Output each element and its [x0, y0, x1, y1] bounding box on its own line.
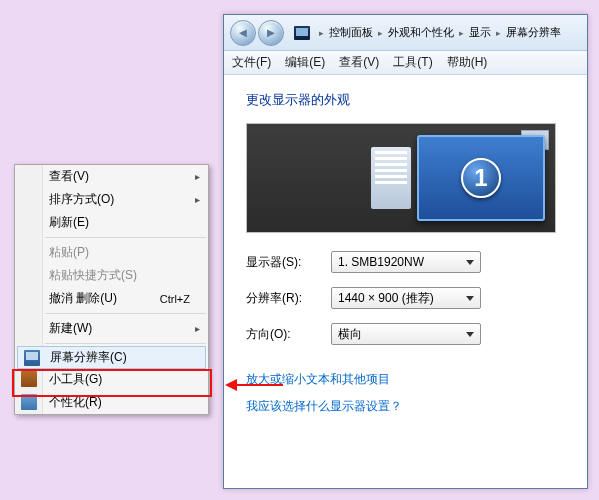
resolution-label: 分辨率(R):: [246, 290, 331, 307]
menu-item-sort[interactable]: 排序方式(O): [15, 188, 208, 211]
menu-edit[interactable]: 编辑(E): [285, 54, 325, 71]
display-label: 显示器(S):: [246, 254, 331, 271]
menu-item-personalize[interactable]: 个性化(R): [15, 391, 208, 414]
window-content: 更改显示器的外观 1 显示器(S): 1. SMB1920NW 分辨率(R): …: [224, 75, 587, 441]
menu-item-view[interactable]: 查看(V): [15, 165, 208, 188]
link-display-settings-help[interactable]: 我应该选择什么显示器设置？: [246, 398, 565, 415]
menu-separator: [45, 237, 206, 238]
link-text-size[interactable]: 放大或缩小文本和其他项目: [246, 371, 565, 388]
links-section: 放大或缩小文本和其他项目 我应该选择什么显示器设置？: [246, 371, 565, 415]
personalize-icon: [21, 394, 37, 410]
page-title: 更改显示器的外观: [246, 91, 565, 109]
menu-separator: [45, 343, 206, 344]
control-panel-icon: [294, 26, 310, 40]
breadcrumb-item[interactable]: 显示: [469, 25, 491, 40]
menu-help[interactable]: 帮助(H): [447, 54, 488, 71]
window-header: ◄ ► ▸ 控制面板 ▸ 外观和个性化 ▸ 显示 ▸ 屏幕分辨率: [224, 15, 587, 51]
menu-item-screen-resolution[interactable]: 屏幕分辨率(C): [17, 346, 206, 369]
gadget-icon: [21, 371, 37, 387]
menu-item-gadgets[interactable]: 小工具(G): [15, 368, 208, 391]
menu-item-paste-shortcut: 粘贴快捷方式(S): [15, 264, 208, 287]
menu-view[interactable]: 查看(V): [339, 54, 379, 71]
menubar: 文件(F) 编辑(E) 查看(V) 工具(T) 帮助(H): [224, 51, 587, 75]
breadcrumb-item[interactable]: 屏幕分辨率: [506, 25, 561, 40]
menu-item-paste: 粘贴(P): [15, 241, 208, 264]
menu-file[interactable]: 文件(F): [232, 54, 271, 71]
breadcrumb[interactable]: ▸ 控制面板 ▸ 外观和个性化 ▸ 显示 ▸ 屏幕分辨率: [294, 25, 561, 40]
monitor-preview-1[interactable]: 1: [417, 135, 545, 221]
display-settings-window: ◄ ► ▸ 控制面板 ▸ 外观和个性化 ▸ 显示 ▸ 屏幕分辨率 文件(F) 编…: [223, 14, 588, 489]
resolution-dropdown[interactable]: 1440 × 900 (推荐): [331, 287, 481, 309]
menu-item-refresh[interactable]: 刷新(E): [15, 211, 208, 234]
monitor-icon: [24, 350, 40, 366]
menu-shortcut: Ctrl+Z: [160, 293, 190, 305]
display-preview[interactable]: 1: [246, 123, 556, 233]
display-dropdown[interactable]: 1. SMB1920NW: [331, 251, 481, 273]
orientation-dropdown[interactable]: 横向: [331, 323, 481, 345]
menu-item-undo-delete[interactable]: 撤消 删除(U)Ctrl+Z: [15, 287, 208, 310]
menu-separator: [45, 313, 206, 314]
menu-item-new[interactable]: 新建(W): [15, 317, 208, 340]
desktop-context-menu: 查看(V) 排序方式(O) 刷新(E) 粘贴(P) 粘贴快捷方式(S) 撤消 删…: [14, 164, 209, 415]
orientation-label: 方向(O):: [246, 326, 331, 343]
breadcrumb-item[interactable]: 外观和个性化: [388, 25, 454, 40]
breadcrumb-item[interactable]: 控制面板: [329, 25, 373, 40]
monitor-number-badge: 1: [461, 158, 501, 198]
menu-tools[interactable]: 工具(T): [393, 54, 432, 71]
nav-forward-button[interactable]: ►: [258, 20, 284, 46]
nav-back-button[interactable]: ◄: [230, 20, 256, 46]
